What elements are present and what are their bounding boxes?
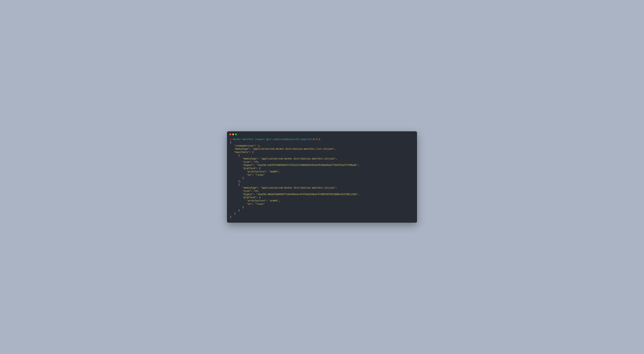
json-line: { [230, 141, 231, 144]
json-key: "os" [230, 173, 252, 176]
image-tag: 0.9.0 [313, 138, 320, 140]
sep: : [258, 157, 260, 160]
maximize-icon[interactable] [235, 133, 237, 135]
close-icon[interactable] [230, 133, 231, 135]
dot: . [272, 138, 273, 140]
terminal-window: ❯ docker manifest inspect ghcr.io/dirien… [227, 131, 417, 223]
json-key: "schemaVersion" [230, 144, 255, 147]
json-value: "application/vnd.docker.distribution.man… [260, 186, 336, 189]
json-value: "sha256:2e6f8720850283f27252af3cb8b95b53… [256, 164, 358, 166]
json-value: "application/vnd.docker.distribution.man… [260, 157, 336, 160]
comma: , [358, 193, 359, 196]
json-value: "sha256:406e07b60945f11b4305e4c4f4f5eb15… [256, 193, 358, 196]
sep: : { [256, 167, 260, 170]
json-value: "amd64" [269, 170, 279, 173]
json-key: "digest" [230, 193, 254, 196]
json-value: "arm64" [269, 199, 279, 202]
json-line: } [230, 206, 244, 209]
comma: , [258, 190, 259, 192]
comma: , [336, 157, 337, 160]
json-key: "os" [230, 203, 252, 205]
comma: , [278, 199, 280, 202]
sep: : [266, 199, 269, 202]
json-value: "linux" [255, 173, 265, 176]
prompt-symbol: ❯ [230, 138, 231, 140]
sep: : [252, 173, 255, 176]
sep: : [ [249, 151, 254, 153]
json-key: "size" [230, 160, 251, 163]
json-line: { [230, 183, 240, 186]
json-key: "platform" [230, 196, 256, 199]
json-key: "manifests" [230, 151, 249, 153]
repo-segment: minecraft [287, 138, 300, 140]
dash: - [300, 138, 301, 140]
colon: : [312, 138, 313, 140]
json-value: "linux" [255, 203, 265, 205]
comma: , [258, 160, 259, 163]
json-key: "digest" [230, 164, 254, 166]
json-key: "mediaType" [230, 157, 258, 160]
slash: / [286, 138, 287, 140]
json-line: } [230, 177, 244, 180]
registry: ghcr [266, 138, 272, 140]
sep: : { [256, 196, 260, 199]
sep: : [251, 190, 254, 192]
comma: , [336, 186, 337, 189]
comma: , [334, 147, 336, 150]
json-line: { [230, 154, 240, 157]
sep: : [258, 186, 260, 189]
json-value: "application/vnd.docker.distribution.man… [252, 147, 334, 150]
repo-segment: exporter [301, 138, 312, 140]
comma: , [278, 170, 280, 173]
sep: : [254, 164, 256, 166]
slash: / [276, 138, 277, 140]
json-value: 739 [254, 190, 258, 192]
json-key: "size" [230, 190, 251, 192]
sep: : [249, 147, 252, 150]
json-line: }, [230, 180, 241, 183]
comma: , [259, 144, 260, 147]
json-line: ] [230, 212, 236, 215]
user-segment: dirien [277, 138, 286, 140]
sep: : [252, 203, 255, 205]
json-key: "mediaType" [230, 186, 258, 189]
json-key: "architecture" [230, 199, 266, 202]
minimize-icon[interactable] [232, 133, 234, 135]
json-key: "architecture" [230, 170, 266, 173]
command-text: docker manifest inspect [233, 138, 266, 140]
comma: , [358, 164, 359, 166]
json-value: 739 [254, 160, 258, 163]
tld: io [273, 138, 276, 140]
json-key: "mediaType" [230, 147, 249, 150]
terminal-content[interactable]: ❯ docker manifest inspect ghcr.io/dirien… [227, 137, 417, 223]
sep: : [266, 170, 269, 173]
sep: : [254, 193, 256, 196]
json-line: } [230, 209, 240, 212]
json-line: } [230, 216, 231, 218]
titlebar [227, 131, 417, 137]
json-value: 2 [258, 144, 259, 147]
sep: : [251, 160, 254, 163]
sep: : [255, 144, 258, 147]
json-key: "platform" [230, 167, 256, 170]
